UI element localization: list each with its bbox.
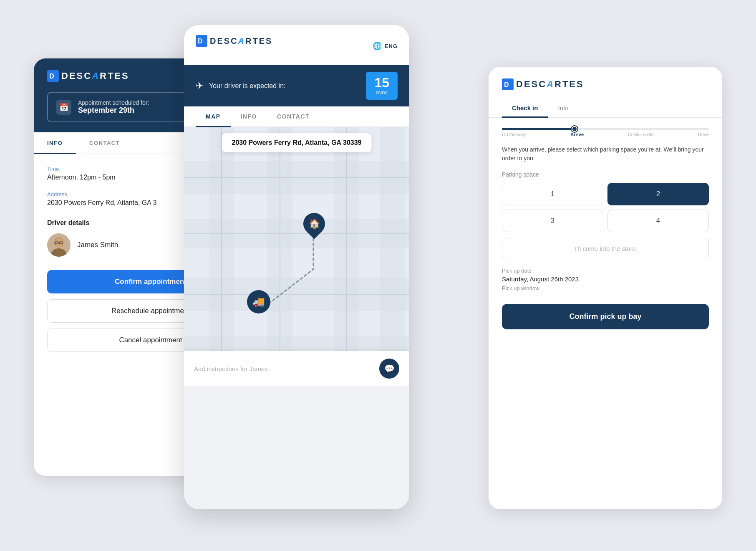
language-label: ENG bbox=[385, 43, 398, 49]
map-bottom-bar: Add instructions for James 💬 bbox=[184, 351, 409, 386]
tab-contact-left[interactable]: CONTACT bbox=[76, 132, 133, 154]
parking-grid: 1 2 3 4 bbox=[502, 183, 709, 232]
truck-marker: 🚚 bbox=[247, 290, 270, 313]
svg-text:D: D bbox=[198, 38, 202, 45]
globe-icon: 🌐 bbox=[373, 41, 382, 51]
right-tabs: Check in Info bbox=[502, 99, 709, 117]
parking-option-3[interactable]: 3 bbox=[502, 210, 603, 232]
tab-map[interactable]: MAP bbox=[196, 106, 231, 126]
eta-number: 15 bbox=[374, 76, 389, 89]
add-instructions-placeholder[interactable]: Add instructions for James bbox=[194, 365, 379, 372]
appointment-label: Appointment scheduled for: bbox=[78, 99, 149, 106]
progress-bar bbox=[502, 128, 709, 130]
right-card: D DESCARTES Check in Info On the way! Ar… bbox=[489, 67, 722, 509]
progress-steps: On the way! Arrive Collect order Done bbox=[502, 132, 709, 137]
eta-unit: mins bbox=[374, 89, 389, 96]
right-header: D DESCARTES Check in Info bbox=[489, 67, 722, 118]
calendar-icon: 📅 bbox=[56, 100, 71, 115]
parking-option-4[interactable]: 4 bbox=[607, 210, 709, 232]
tab-info-right[interactable]: Info bbox=[548, 99, 579, 117]
svg-text:D: D bbox=[49, 73, 54, 80]
right-content: On the way! Arrive Collect order Done Wh… bbox=[489, 118, 722, 339]
tab-contact-center[interactable]: CONTACT bbox=[267, 106, 320, 126]
parking-label: Parking space bbox=[502, 171, 709, 178]
step-done: Done bbox=[698, 132, 709, 137]
truck-icon: 🚚 bbox=[252, 296, 265, 308]
language-button[interactable]: 🌐 ENG bbox=[373, 41, 398, 51]
chat-icon: 💬 bbox=[384, 364, 395, 374]
right-logo: D DESCARTES bbox=[502, 78, 709, 90]
arrive-instruction: When you arrive, please select which par… bbox=[502, 145, 709, 163]
send-icon: ✈ bbox=[196, 81, 203, 91]
home-marker: 🏠 bbox=[303, 213, 325, 235]
center-nav-tabs: MAP INFO CONTACT bbox=[184, 106, 409, 127]
map-area: 2030 Powers Ferry Rd, Atlanta, GA 30339 … bbox=[184, 127, 409, 386]
svg-rect-20 bbox=[380, 127, 405, 386]
step-on-the-way: On the way! bbox=[502, 132, 527, 137]
eta-label: Your driver is expected in: bbox=[209, 82, 286, 90]
store-option[interactable]: I’ll come into the store bbox=[502, 238, 709, 259]
driver-name: James Smith bbox=[77, 241, 118, 249]
step-collect-order: Collect order bbox=[628, 132, 654, 137]
tab-info-left[interactable]: INFO bbox=[34, 132, 76, 154]
progress-dot bbox=[572, 126, 577, 132]
pickup-window-label: Pick up window bbox=[502, 285, 709, 291]
center-logo: D DESCARTES bbox=[196, 35, 272, 47]
pickup-date-value: Saturday, August 26th 2023 bbox=[502, 276, 709, 283]
progress-bar-fill bbox=[502, 128, 575, 130]
eta-time-box: 15 mins bbox=[366, 72, 398, 100]
left-logo-text: DESCARTES bbox=[61, 71, 129, 81]
center-card: D DESCARTES 🌐 ENG ✈ Your driver is expec… bbox=[184, 25, 409, 509]
center-header: D DESCARTES 🌐 ENG ✈ Your driver is expec… bbox=[184, 25, 409, 127]
tab-check-in[interactable]: Check in bbox=[502, 99, 548, 117]
right-logo-text: DESCARTES bbox=[516, 79, 584, 90]
step-arrive: Arrive bbox=[570, 132, 584, 137]
parking-option-2[interactable]: 2 bbox=[607, 183, 709, 205]
svg-text:D: D bbox=[504, 81, 509, 88]
parking-option-1[interactable]: 1 bbox=[502, 183, 603, 205]
confirm-pickup-button[interactable]: Confirm pick up bay bbox=[502, 304, 709, 329]
driver-avatar bbox=[47, 233, 71, 257]
tab-info-center[interactable]: INFO bbox=[231, 106, 267, 126]
pickup-date-label: Pick up date bbox=[502, 268, 709, 274]
appointment-date: September 29th bbox=[78, 106, 149, 115]
map-address: 2030 Powers Ferry Rd, Atlanta, GA 30339 bbox=[232, 139, 362, 147]
eta-banner: ✈ Your driver is expected in: 15 mins bbox=[184, 65, 409, 106]
map-address-overlay: 2030 Powers Ferry Rd, Atlanta, GA 30339 bbox=[222, 133, 372, 152]
home-icon: 🏠 bbox=[309, 218, 320, 229]
center-logo-text: DESCARTES bbox=[210, 36, 272, 46]
chat-bubble-button[interactable]: 💬 bbox=[379, 359, 399, 379]
